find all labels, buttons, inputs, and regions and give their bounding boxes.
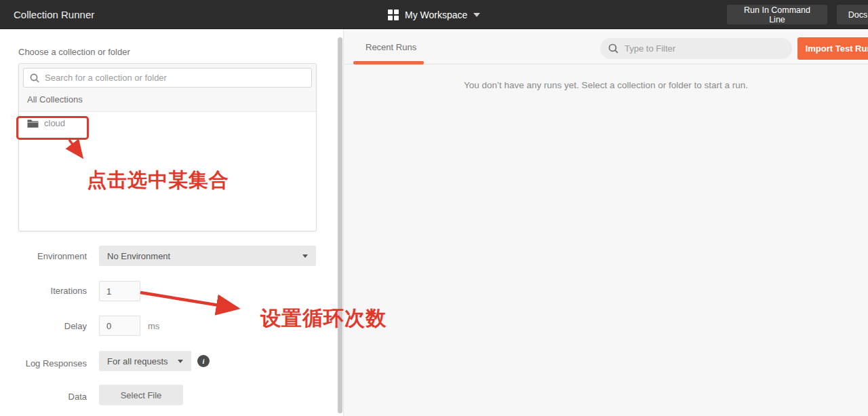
tab-recent-runs[interactable]: Recent Runs — [366, 42, 416, 52]
all-collections-label: All Collections — [23, 88, 312, 111]
log-responses-value: For all requests — [107, 356, 168, 366]
iterations-label: Iterations — [0, 286, 87, 296]
environment-label: Environment — [0, 251, 87, 261]
info-icon[interactable]: i — [197, 355, 210, 367]
recent-runs-header: Recent Runs Import Test Run — [344, 29, 868, 64]
run-in-command-line-button[interactable]: Run In Command Line — [727, 5, 827, 24]
delay-unit: ms — [148, 321, 159, 331]
log-responses-select[interactable]: For all requests — [99, 351, 191, 371]
page-title: Collection Runner — [14, 0, 94, 29]
environment-select[interactable]: No Environment — [99, 246, 316, 266]
data-label: Data — [0, 392, 87, 402]
collection-picker: All Collections cloud — [18, 63, 317, 231]
import-test-run-button[interactable]: Import Test Run — [797, 37, 868, 60]
choose-collection-label: Choose a collection or folder — [18, 47, 130, 57]
runner-config-panel: Choose a collection or folder All Collec… — [0, 29, 337, 416]
environment-value: No Environment — [107, 251, 170, 261]
collection-list: cloud — [19, 112, 316, 134]
iterations-input[interactable] — [99, 281, 140, 301]
chevron-down-icon — [302, 254, 308, 258]
search-icon — [30, 73, 39, 83]
app-header: Collection Runner My Workspace Run In Co… — [0, 0, 868, 29]
runs-filter-input[interactable] — [625, 43, 784, 54]
chevron-down-icon — [178, 360, 183, 363]
log-responses-label: Log Responses — [0, 358, 87, 368]
recent-runs-panel: Recent Runs Import Test Run You don’t ha… — [343, 29, 868, 416]
collection-search-area: All Collections — [19, 64, 316, 112]
delay-input[interactable] — [99, 316, 140, 336]
collection-item-cloud[interactable]: cloud — [19, 112, 316, 134]
workspace-switcher[interactable]: My Workspace — [388, 0, 480, 29]
folder-icon — [27, 119, 39, 128]
active-tab-underline — [353, 61, 424, 64]
select-file-button[interactable]: Select File — [99, 385, 183, 405]
workspace-label: My Workspace — [405, 10, 467, 20]
workspace-grid-icon — [388, 10, 399, 20]
chevron-down-icon — [473, 13, 480, 17]
runs-filter-box[interactable] — [600, 38, 792, 59]
delay-label: Delay — [0, 321, 87, 331]
search-icon — [608, 43, 618, 54]
collection-search-input[interactable] — [45, 73, 305, 83]
collection-name: cloud — [44, 118, 65, 128]
left-panel-scrollbar[interactable] — [338, 37, 342, 413]
docs-button[interactable]: Docs — [837, 5, 868, 24]
collection-search-box[interactable] — [23, 68, 312, 88]
empty-runs-message: You don’t have any runs yet. Select a co… — [344, 80, 868, 90]
